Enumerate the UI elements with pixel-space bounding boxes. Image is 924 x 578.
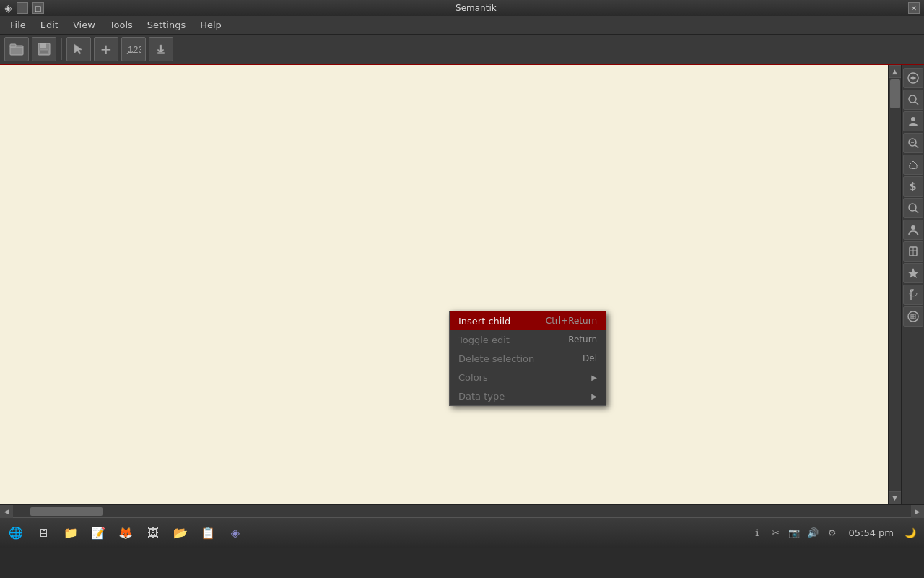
save-file-button[interactable] xyxy=(32,37,56,61)
panel-icon-3[interactable] xyxy=(903,111,923,131)
toolbar-separator-1 xyxy=(61,38,62,60)
svg-point-8 xyxy=(909,95,916,103)
titlebar: ◈ — □ Semantik ✕ xyxy=(0,0,924,16)
vertical-scrollbar[interactable]: ▲ ▼ xyxy=(888,65,901,504)
panel-icon-9[interactable] xyxy=(903,241,923,262)
svg-marker-22 xyxy=(907,268,919,278)
taskbar-image-icon[interactable]: 🖼 xyxy=(140,520,166,546)
svg-point-10 xyxy=(911,117,915,121)
pan-tool-button[interactable] xyxy=(149,37,173,61)
ctx-colors[interactable]: Colors ▶ xyxy=(450,368,606,387)
panel-icon-2[interactable] xyxy=(903,90,923,110)
panel-icon-7[interactable] xyxy=(903,198,923,218)
taskbar-app1-icon[interactable]: 📋 xyxy=(195,520,221,546)
hscroll-right-arrow[interactable]: ▶ xyxy=(911,505,924,518)
titlebar-left: ◈ — □ xyxy=(4,2,44,14)
taskbar-semantik-icon[interactable]: ◈ xyxy=(222,520,248,546)
panel-icon-8[interactable] xyxy=(903,220,923,240)
ctx-data-type[interactable]: Data type ▶ xyxy=(450,387,606,405)
app-icon: ◈ xyxy=(4,2,12,14)
tray-settings-icon[interactable]: ⚙ xyxy=(824,525,840,541)
ctx-insert-child-shortcut: Ctrl+Return xyxy=(546,316,597,326)
scroll-track xyxy=(889,78,901,491)
ctx-toggle-edit-label: Toggle edit xyxy=(458,335,510,345)
svg-rect-6 xyxy=(157,52,165,54)
tray-capture-icon[interactable]: 📷 xyxy=(786,525,802,541)
window-title: Semantik xyxy=(44,3,908,13)
panel-icon-10[interactable] xyxy=(903,263,923,283)
svg-line-9 xyxy=(915,102,918,105)
open-file-button[interactable] xyxy=(4,37,29,61)
svg-point-15 xyxy=(909,204,916,211)
ctx-delete-selection[interactable]: Delete selection Del xyxy=(450,349,606,368)
taskbar-browser-icon[interactable]: 🦊 xyxy=(113,520,139,546)
tray-scissors-icon[interactable]: ✂ xyxy=(767,525,783,541)
svg-rect-1 xyxy=(10,44,16,47)
menu-view[interactable]: View xyxy=(66,16,103,34)
taskbar-folder-icon[interactable]: 📂 xyxy=(167,520,193,546)
ctx-colors-arrow: ▶ xyxy=(591,374,597,381)
ctx-toggle-edit[interactable]: Toggle edit Return xyxy=(450,330,606,349)
menu-tools[interactable]: Tools xyxy=(103,16,140,34)
titlebar-controls: ✕ xyxy=(908,2,920,14)
context-menu: Insert child Ctrl+Return Toggle edit Ret… xyxy=(449,311,606,406)
svg-line-16 xyxy=(915,210,918,213)
hscroll-left-arrow[interactable]: ◀ xyxy=(0,505,13,518)
tray-volume-icon[interactable]: 🔊 xyxy=(805,525,821,541)
taskbar-files-icon[interactable]: 📁 xyxy=(58,520,84,546)
panel-icon-1[interactable] xyxy=(903,68,923,88)
ctx-insert-child-label: Insert child xyxy=(458,316,510,327)
scroll-down-arrow[interactable]: ▼ xyxy=(889,491,902,504)
svg-rect-4 xyxy=(40,50,48,54)
panel-icon-5[interactable] xyxy=(903,155,923,175)
add-node-button[interactable]: + xyxy=(94,37,118,61)
svg-text:123: 123 xyxy=(128,44,141,55)
scroll-up-arrow[interactable]: ▲ xyxy=(889,65,902,78)
svg-point-17 xyxy=(911,225,915,230)
toolbar: + 123 xyxy=(0,35,924,65)
taskbar-network-icon[interactable]: 🌐 xyxy=(3,520,29,546)
menu-file[interactable]: File xyxy=(3,16,33,34)
maximize-button[interactable]: □ xyxy=(32,2,44,14)
hscroll-thumb[interactable] xyxy=(30,507,103,516)
taskbar-terminal-icon[interactable]: 🖥 xyxy=(30,520,56,546)
ctx-toggle-edit-shortcut: Return xyxy=(568,335,597,345)
ctx-data-type-label: Data type xyxy=(458,391,505,402)
tray-info-icon[interactable]: ℹ xyxy=(749,525,764,541)
right-icon-panel: $ xyxy=(901,65,924,504)
taskbar-clock: 05:54 pm xyxy=(842,527,899,538)
ctx-delete-selection-shortcut: Del xyxy=(583,353,597,363)
tray-power-icon[interactable]: 🌙 xyxy=(902,525,918,541)
main-area: Insert child Ctrl+Return Toggle edit Ret… xyxy=(0,65,924,517)
menu-edit[interactable]: Edit xyxy=(33,16,66,34)
panel-icon-6[interactable]: $ xyxy=(903,176,923,197)
minimize-button[interactable]: — xyxy=(17,2,28,14)
hscroll-track xyxy=(13,505,911,517)
ctx-insert-child[interactable]: Insert child Ctrl+Return xyxy=(450,311,606,330)
scroll-thumb[interactable] xyxy=(890,79,900,108)
select-tool-button[interactable] xyxy=(66,37,91,61)
ctx-delete-selection-label: Delete selection xyxy=(458,353,534,364)
menu-settings[interactable]: Settings xyxy=(140,16,193,34)
ctx-colors-label: Colors xyxy=(458,372,488,383)
horizontal-scrollbar: ◀ ▶ xyxy=(0,504,924,517)
menubar: File Edit View Tools Settings Help xyxy=(0,16,924,35)
panel-icon-12[interactable] xyxy=(903,306,923,327)
canvas[interactable]: Insert child Ctrl+Return Toggle edit Ret… xyxy=(0,65,888,504)
panel-icon-11[interactable] xyxy=(903,285,923,305)
panel-icon-4[interactable] xyxy=(903,133,923,153)
svg-rect-3 xyxy=(40,43,46,48)
close-button[interactable]: ✕ xyxy=(908,2,920,14)
taskbar-tray: ℹ ✂ 📷 🔊 ⚙ 05:54 pm 🌙 xyxy=(746,525,921,541)
taskbar-editor-icon[interactable]: 📝 xyxy=(85,520,111,546)
taskbar: 🌐 🖥 📁 📝 🦊 🖼 📂 📋 ◈ ℹ ✂ 📷 🔊 ⚙ 05:54 pm 🌙 xyxy=(0,517,924,548)
text-tool-button[interactable]: 123 xyxy=(121,37,146,61)
ctx-data-type-arrow: ▶ xyxy=(591,392,597,400)
menu-help[interactable]: Help xyxy=(193,16,229,34)
svg-line-12 xyxy=(915,145,918,148)
